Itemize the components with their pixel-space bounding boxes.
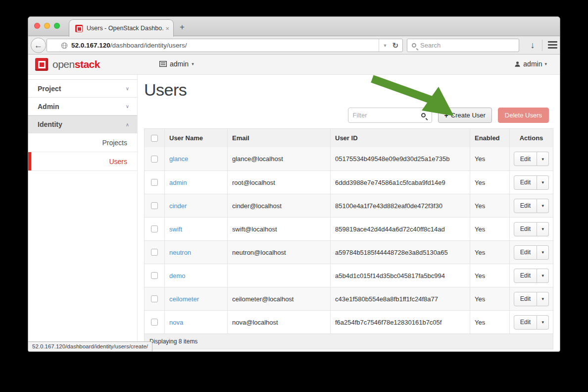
tab-title: Users - OpenStack Dashbo... <box>87 25 163 32</box>
user-email: swift@localhost <box>227 218 330 240</box>
user-name-link[interactable]: ceilometer <box>169 295 199 303</box>
user-email: ceilometer@localhost <box>227 287 330 310</box>
user-menu-label: admin <box>523 60 542 68</box>
table-actions-row: + Create User Delete Users <box>144 108 549 123</box>
row-checkbox[interactable] <box>151 202 158 209</box>
edit-button[interactable]: Edit <box>514 152 538 166</box>
user-enabled: Yes <box>470 147 509 170</box>
user-email: neutron@localhost <box>227 241 330 264</box>
url-bar[interactable]: 52.0.167.120/dashboard/identity/users/ ▼… <box>47 39 403 52</box>
url-history-dropdown-icon[interactable]: ▼ <box>383 43 388 48</box>
column-header-user-id[interactable]: User ID <box>330 129 470 147</box>
user-name-link[interactable]: nova <box>169 319 183 326</box>
user-enabled: Yes <box>470 218 509 240</box>
user-name-link[interactable]: cinder <box>169 202 187 210</box>
sidebar-section-project[interactable]: Project ∨ <box>28 80 137 98</box>
edit-button[interactable]: Edit <box>514 222 538 236</box>
row-checkbox[interactable] <box>151 225 158 232</box>
row-checkbox[interactable] <box>151 179 158 186</box>
row-checkbox[interactable] <box>151 156 158 163</box>
filter-box[interactable] <box>348 108 432 123</box>
sidebar-section-admin[interactable]: Admin ∨ <box>28 98 137 115</box>
reload-icon[interactable]: ↻ <box>392 41 398 50</box>
column-header-email[interactable]: Email <box>227 129 330 147</box>
row-checkbox[interactable] <box>151 295 158 302</box>
tab-strip: Users - OpenStack Dashbo... × + <box>28 17 560 36</box>
user-name-link[interactable]: swift <box>169 225 182 233</box>
user-name-link[interactable]: neutron <box>169 249 191 256</box>
user-icon <box>514 61 521 67</box>
openstack-header: openstack admin ▾ admin ▾ <box>28 55 560 75</box>
zoom-window-button[interactable] <box>54 23 60 29</box>
edit-button[interactable]: Edit <box>514 315 538 330</box>
user-name-link[interactable]: demo <box>169 272 186 280</box>
user-id: 6ddd3988e7e74586a1c5fcaba9fd14e9 <box>330 171 470 194</box>
table-footer-text: Displaying 8 items <box>149 338 197 345</box>
url-text[interactable]: 52.0.167.120/dashboard/identity/users/ <box>71 42 379 49</box>
row-actions: Edit ▾ <box>514 269 549 283</box>
row-checkbox[interactable] <box>151 319 158 326</box>
user-menu[interactable]: admin ▾ <box>514 60 547 68</box>
column-header-enabled[interactable]: Enabled <box>470 129 509 147</box>
project-menu-label: admin <box>170 60 189 68</box>
close-tab-icon[interactable]: × <box>165 25 169 32</box>
edit-dropdown-caret[interactable]: ▾ <box>537 175 549 190</box>
openstack-brand[interactable]: openstack <box>35 58 100 71</box>
column-header-actions: Actions <box>509 129 553 147</box>
project-context-menu[interactable]: admin ▾ <box>159 60 194 68</box>
edit-dropdown-caret[interactable]: ▾ <box>537 315 549 330</box>
create-user-label: Create User <box>451 112 486 119</box>
table-body: glance glance@localhost 05175534b49548e0… <box>145 147 553 334</box>
user-id: c43e1f580b554e8a8fb1ff1fc24f8a77 <box>330 287 470 310</box>
filter-search-icon[interactable] <box>421 113 426 117</box>
close-window-button[interactable] <box>34 23 40 29</box>
edit-dropdown-caret[interactable]: ▾ <box>537 269 549 283</box>
create-user-button[interactable]: + Create User <box>438 108 492 123</box>
edit-button[interactable]: Edit <box>514 269 538 283</box>
sidebar-item-users[interactable]: Users <box>28 152 137 171</box>
edit-dropdown-caret[interactable]: ▾ <box>537 152 549 166</box>
browser-window: Users - OpenStack Dashbo... × + ← 52.0.1… <box>28 16 560 352</box>
browser-search-input[interactable] <box>420 42 514 49</box>
user-enabled: Yes <box>470 264 509 287</box>
row-checkbox[interactable] <box>151 249 158 256</box>
row-actions: Edit ▾ <box>514 222 549 236</box>
edit-dropdown-caret[interactable]: ▾ <box>537 222 549 236</box>
edit-button[interactable]: Edit <box>514 245 538 260</box>
new-tab-button[interactable]: + <box>180 23 185 31</box>
edit-button[interactable]: Edit <box>514 292 538 306</box>
browser-tab[interactable]: Users - OpenStack Dashbo... × <box>69 19 174 37</box>
edit-button[interactable]: Edit <box>514 199 538 213</box>
main-panel: Users + Create User Delete Users User Na… <box>138 75 560 351</box>
table-row: swift swift@localhost 859819ace42d4d44a6… <box>145 217 553 240</box>
status-link-tooltip: 52.0.167.120/dashboard/identity/users/cr… <box>28 341 152 351</box>
sidebar-section-identity[interactable]: Identity ∧ <box>28 115 137 133</box>
edit-dropdown-caret[interactable]: ▾ <box>537 245 549 260</box>
delete-users-button[interactable]: Delete Users <box>498 108 549 123</box>
filter-input[interactable] <box>353 112 421 119</box>
user-id: a59784b5185f44448728e3a8d5130a65 <box>330 241 470 264</box>
edit-dropdown-caret[interactable]: ▾ <box>537 199 549 213</box>
user-enabled: Yes <box>470 194 509 217</box>
minimize-window-button[interactable] <box>44 23 50 29</box>
select-all-checkbox[interactable] <box>151 135 158 142</box>
row-checkbox[interactable] <box>151 272 158 279</box>
downloads-icon[interactable]: ↓ <box>526 39 539 52</box>
user-name-link[interactable]: glance <box>169 155 188 163</box>
edit-button[interactable]: Edit <box>514 175 538 190</box>
chevron-down-icon: ∨ <box>126 86 129 91</box>
back-button[interactable]: ← <box>31 38 46 53</box>
table-footer: Displaying 8 items <box>145 334 553 349</box>
edit-dropdown-caret[interactable]: ▾ <box>537 292 549 306</box>
sidebar-item-projects[interactable]: Projects <box>28 133 137 152</box>
sidebar-link-label: Projects <box>102 139 127 147</box>
table-row: admin root@localhost 6ddd3988e7e74586a1c… <box>145 170 553 194</box>
row-actions: Edit ▾ <box>514 292 549 306</box>
user-name-link[interactable]: admin <box>169 179 187 186</box>
plus-icon: + <box>444 112 448 119</box>
row-actions: Edit ▾ <box>514 175 549 190</box>
column-header-user-name[interactable]: User Name <box>164 129 227 147</box>
browser-search-box[interactable] <box>407 39 519 52</box>
chevron-up-icon: ∧ <box>126 122 129 127</box>
menu-button[interactable] <box>547 40 558 50</box>
